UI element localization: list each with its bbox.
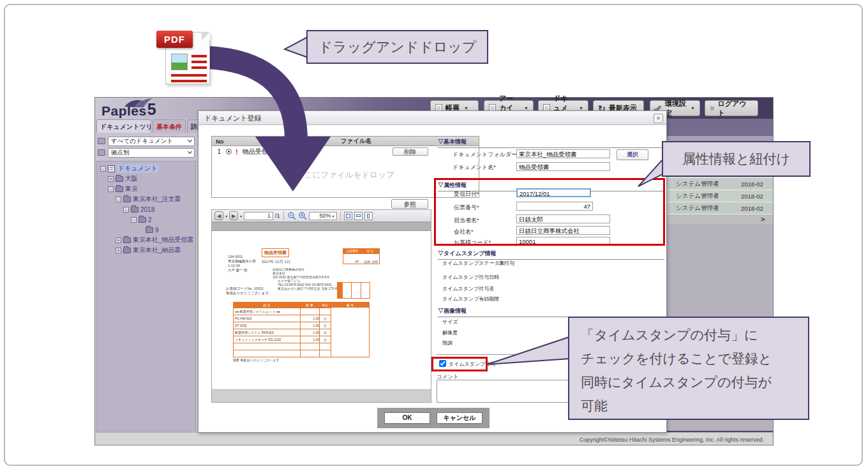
invoice-title: 物品受領書 <box>262 248 289 257</box>
row-user: システム管理者 <box>667 192 741 200</box>
tree-expander[interactable]: - <box>108 186 114 192</box>
pdf-badge: PDF <box>156 31 193 48</box>
row-user: システム管理者 <box>667 180 741 188</box>
pdf-fold-corner <box>202 32 210 40</box>
label-ts-expiry: タイムスタンプ有効期限 <box>442 295 499 303</box>
delete-button[interactable]: 削除 <box>393 147 428 156</box>
pdf-thumbnail-image <box>171 54 188 70</box>
invoice-row-empty <box>234 343 331 350</box>
stage: Paples 5 帳票 ▼ アーカイブ ▼ ドキュメント ▼ ↻ 最新表示 <box>0 0 868 471</box>
highlight-timestamp-checkbox <box>431 357 488 371</box>
invoice-row: 帳票管理システム PAPLES 1.00 式 <box>234 329 331 336</box>
tree-expander[interactable]: + <box>116 237 121 243</box>
select-folder-button[interactable]: 選択 <box>617 149 648 160</box>
tree-item-osaka[interactable]: + 大阪 <box>97 174 195 184</box>
folder-icon <box>116 176 123 182</box>
tree-item-2018[interactable]: - 2018 <box>97 204 195 214</box>
pdf-text-line <box>191 55 207 57</box>
next-page-button[interactable]: ▶ <box>229 211 238 220</box>
section-timestamp-info: ▽タイムスタンプ情報 <box>438 250 664 260</box>
invoice-row: ●● 帳票管理システムセット ●● <box>234 308 331 315</box>
row-date: 2018-02 <box>741 181 773 188</box>
tree-expander[interactable]: - <box>123 207 129 213</box>
fit-height-button[interactable] <box>364 212 373 220</box>
invoice-date: 2017年 12月 1日 <box>262 259 290 265</box>
table-row[interactable]: システム管理者 2018-02 <box>667 202 773 214</box>
scope-select[interactable]: すべてのドキュメント <box>108 137 195 146</box>
preview-pane[interactable]: 物品受領書 2017年 12月 1日 134-0001 東京都編集区小岩 1-1… <box>211 222 431 403</box>
app-logo: Paples 5 <box>101 100 156 119</box>
tree-item-root[interactable]: - ドキュメント <box>97 163 195 174</box>
cancel-button[interactable]: キャンセル <box>437 412 483 424</box>
tree-expander[interactable]: + <box>108 176 114 182</box>
tree-expander[interactable]: + <box>116 248 121 253</box>
fit-page-button[interactable] <box>344 212 352 220</box>
tree-item-day[interactable]: 9 <box>97 225 195 235</box>
tree-expander[interactable]: - <box>116 197 121 202</box>
slip-no-value: 47 <box>343 260 359 264</box>
tree-item-tokyo[interactable]: - 東京 <box>97 184 195 194</box>
caret-down-icon: ▾ <box>333 214 334 218</box>
fit-width-button[interactable] <box>354 212 363 220</box>
file-radio[interactable] <box>226 149 232 154</box>
label-ts-datetime: タイムスタンプ付与日時 <box>442 274 499 281</box>
next-page-arrow[interactable]: ＞ <box>667 214 773 224</box>
prev-page-button[interactable]: ◀ <box>214 211 223 220</box>
folder-name-input[interactable]: 東京本社_物品受領書 <box>516 149 610 158</box>
caret-down-icon: ▼ <box>691 106 695 110</box>
preview-toolbar: ◀▾ ▶▾ 1 /1 50% ▾ <box>211 209 431 222</box>
toolbar-button-logout-label: ログアウト <box>718 99 753 118</box>
dialog-button-bar: OK キャンセル <box>377 408 490 428</box>
document-tree: - ドキュメント + 大阪 - 東京 - 東京本社_注文書 <box>96 161 196 431</box>
tree-item-delivery[interactable]: + 東京本社_納品書 <box>97 245 195 255</box>
tree-expander[interactable]: - <box>100 166 106 172</box>
invoice-table: 品 名 数 量 単位 ●● 帳票管理システムセット ●● PC-HM-520 1… <box>233 302 370 357</box>
invoice-preview: 物品受領書 2017年 12月 1日 134-0001 東京都編集区小岩 1-1… <box>212 223 431 402</box>
filter-row-site: 拠点別 <box>98 147 195 158</box>
tree-item-label: 東京本社_物品受領書 <box>133 236 194 244</box>
label-img-size: サイズ <box>442 318 458 325</box>
site-select[interactable]: 拠点別 <box>108 148 195 158</box>
tree-item-month[interactable]: - 2 <box>97 214 195 225</box>
org-icon <box>98 149 105 156</box>
app-footer: Copyright©Nittetsu Hitachi Systems Engin… <box>95 432 773 445</box>
zoom-in-icon[interactable] <box>298 211 307 220</box>
caret-down-icon: ▼ <box>524 106 528 110</box>
tree-item-order[interactable]: - 東京本社_注文書 <box>97 194 195 204</box>
sidebar: ドキュメントツリー 基本条件 詳細条件 すべてのドキュメント 拠点別 <box>95 119 198 433</box>
tree-item-receipt[interactable]: + 東京本社_物品受領書 <box>97 235 195 245</box>
document-name-input[interactable]: 物品受領書 <box>516 162 610 171</box>
tree-item-label: 東京本社_納品書 <box>133 246 181 255</box>
invoice-row: ドキュメントスキャナ DS-1232 1.00 台 <box>234 336 331 343</box>
zoom-out-icon[interactable] <box>287 211 296 220</box>
invoice-slip-box: 伝票番号 担 当 47 日鉄 太郎 <box>343 248 380 264</box>
tree-expander[interactable]: - <box>131 217 137 223</box>
pdf-text-line <box>191 61 207 63</box>
close-icon[interactable]: × <box>654 114 663 123</box>
field-label-folder: ドキュメントフォルダー名* <box>453 151 525 159</box>
invoice-addr-3: 1-12-34 <box>228 264 240 267</box>
tree-item-label: 東京 <box>125 184 138 193</box>
browse-button[interactable]: 参照 <box>391 199 428 209</box>
toolbar-button-logout[interactable]: × ログアウト <box>705 100 758 116</box>
label-ts-status: タイムスタンプステータス <box>442 260 505 267</box>
dialog-title: ドキュメント登録 <box>198 111 666 125</box>
invoice-company-6: 東京あおぞら銀行 千代田支店 当座 173-4567 <box>278 287 342 290</box>
highlight-attr-section <box>434 178 665 246</box>
table-row[interactable]: システム管理者 2018-02 <box>667 178 773 190</box>
tab-document-tree[interactable]: ドキュメントツリー <box>96 119 151 133</box>
ok-button[interactable]: OK <box>384 412 430 424</box>
chevron-down-icon <box>188 138 192 142</box>
invoice-customer-code: お客様コードNo. 10001 <box>226 287 264 291</box>
tab-basic-condition[interactable]: 基本条件 <box>153 119 186 133</box>
zoom-level-select[interactable]: 50% ▾ <box>309 212 337 220</box>
table-row[interactable]: システム管理者 2018-02 <box>667 190 773 202</box>
file-name: 物品受領書.pdf <box>243 147 285 156</box>
section-basic-info: ▽基本情報 <box>438 138 664 148</box>
site-select-value: 拠点別 <box>111 149 130 157</box>
folder-icon <box>131 207 138 213</box>
fit-height-icon <box>367 214 370 218</box>
page-number-input[interactable]: 1 <box>244 212 273 220</box>
col-note: 備 考 <box>331 303 369 308</box>
pdf-text-line <box>171 80 207 82</box>
